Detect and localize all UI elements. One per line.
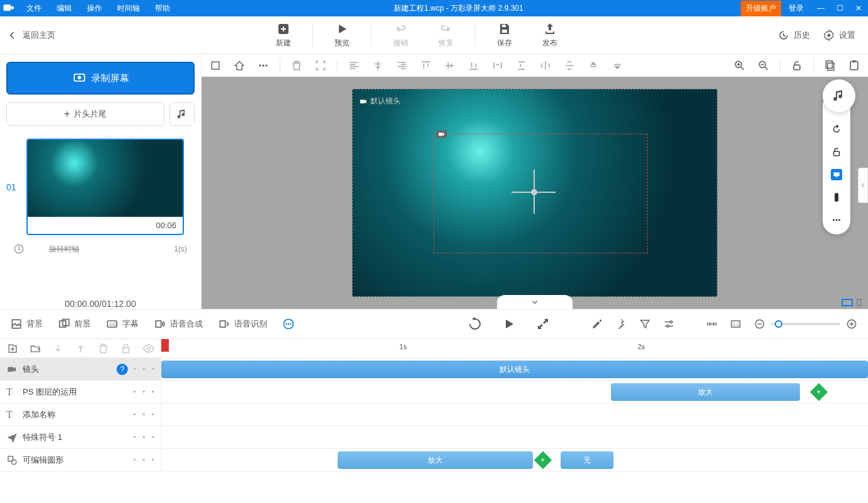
clip-bar[interactable]: 放大 — [338, 451, 533, 469]
aspect-portrait-icon[interactable] — [857, 299, 862, 306]
more-horiz-icon[interactable] — [256, 58, 271, 73]
tl-down-icon[interactable] — [52, 342, 64, 355]
track-row[interactable]: TPS 图层的运用•••放大+ — [0, 381, 868, 403]
tl-newfolder-icon[interactable] — [29, 342, 42, 355]
track-header[interactable]: 镜头?••• — [0, 358, 161, 380]
unlock-icon[interactable] — [789, 58, 804, 73]
canvas-stage[interactable]: 默认镜头 — [352, 89, 717, 297]
upgrade-account-button[interactable]: 升级账户 — [741, 1, 781, 16]
track-header[interactable]: 可编辑圆形••• — [0, 449, 161, 471]
expand-panel-button[interactable] — [497, 295, 573, 309]
flip-h-icon[interactable] — [538, 58, 553, 73]
tab-foreground[interactable]: 前景 — [58, 318, 91, 330]
clip-item[interactable]: 01 00:06 — [6, 139, 195, 235]
zoom-in-icon[interactable] — [732, 58, 747, 73]
align-left-icon[interactable] — [346, 58, 362, 73]
keyframe-diamond[interactable]: + — [810, 383, 828, 401]
zoom-out-icon[interactable] — [756, 58, 771, 73]
align-center-h-icon[interactable] — [370, 58, 385, 73]
timeline-ruler[interactable]: 1s 2s — [161, 339, 862, 358]
track-lane[interactable] — [161, 426, 868, 448]
focus-tool-icon[interactable] — [313, 58, 328, 73]
desktop-tool-icon[interactable] — [831, 169, 842, 180]
dist-v-icon[interactable] — [514, 58, 529, 73]
zoom-minus-icon[interactable] — [753, 318, 766, 330]
crop-tool-icon[interactable] — [208, 58, 223, 73]
history-button[interactable]: 历史 — [777, 29, 810, 42]
filter-icon[interactable] — [639, 318, 651, 330]
tl-lock-icon[interactable] — [120, 342, 132, 355]
clip-bar[interactable]: 放大 — [611, 383, 800, 401]
playhead[interactable] — [161, 339, 169, 352]
zoom-plus-icon[interactable] — [845, 318, 858, 330]
preview-button[interactable]: 预览 — [326, 21, 358, 49]
music-button[interactable] — [169, 102, 195, 126]
lock-tool-icon[interactable] — [831, 146, 842, 158]
zoom-slider[interactable] — [771, 323, 840, 325]
redo-button[interactable]: 恢复 — [430, 21, 462, 49]
track-header[interactable]: 特殊符号 1••• — [0, 426, 161, 448]
track-lane[interactable] — [161, 403, 868, 425]
track-keyframe-dots[interactable]: ••• — [133, 364, 154, 374]
menu-help[interactable]: 帮助 — [149, 3, 176, 14]
menu-edit[interactable]: 编辑 — [50, 3, 78, 14]
minimize-button[interactable]: — — [811, 4, 830, 13]
mobile-tool-icon[interactable] — [831, 192, 842, 203]
selection-rect[interactable] — [433, 134, 648, 253]
align-center-v-icon[interactable] — [442, 58, 457, 73]
track-header[interactable]: T添加名称••• — [0, 403, 161, 425]
track-row[interactable]: 特殊符号 1••• — [0, 426, 868, 449]
track-keyframe-dots[interactable]: ••• — [133, 432, 154, 442]
fullscreen-play-button[interactable] — [535, 316, 551, 332]
menu-action[interactable]: 操作 — [81, 3, 108, 14]
dist-h-icon[interactable] — [490, 58, 505, 73]
align-right-icon[interactable] — [394, 58, 409, 73]
undo-button[interactable]: 撤销 — [384, 21, 417, 49]
align-top-icon[interactable] — [418, 58, 433, 73]
track-keyframe-dots[interactable]: ••• — [133, 455, 154, 465]
edit-icon[interactable] — [591, 318, 603, 330]
menu-timeline[interactable]: 时间轴 — [111, 3, 146, 14]
track-keyframe-dots[interactable]: ••• — [133, 387, 154, 396]
tab-tts[interactable]: 语音合成 — [154, 318, 203, 330]
replay-button[interactable] — [467, 316, 483, 332]
flip-v-icon[interactable] — [562, 58, 577, 73]
more-tools-icon[interactable] — [831, 214, 842, 226]
pin-icon[interactable] — [615, 318, 627, 330]
layer-down-icon[interactable] — [610, 58, 625, 73]
track-lane[interactable]: 放大+ — [161, 381, 868, 403]
paste-icon[interactable] — [847, 58, 862, 73]
head-tail-button[interactable]: +片头片尾 — [6, 102, 164, 126]
clip-bar[interactable]: 默认镜头 — [161, 361, 868, 378]
clip-bar[interactable]: 无 — [561, 451, 614, 469]
home-tool-icon[interactable] — [232, 58, 247, 73]
back-home-button[interactable]: 返回主页 — [6, 29, 55, 42]
track-keyframe-dots[interactable]: ••• — [133, 410, 154, 419]
help-icon[interactable]: ? — [117, 364, 128, 375]
close-button[interactable]: ✕ — [849, 4, 868, 13]
track-header[interactable]: TPS 图层的运用••• — [0, 381, 161, 403]
settings-button[interactable]: 设置 — [823, 29, 855, 42]
track-row[interactable]: T添加名称••• — [0, 403, 868, 426]
track-lane[interactable]: 默认镜头 — [161, 358, 868, 380]
tab-more[interactable] — [282, 318, 295, 330]
music-fab-button[interactable] — [823, 79, 855, 112]
copy-icon[interactable] — [823, 58, 838, 73]
delete-tool-icon[interactable] — [289, 58, 304, 73]
play-button[interactable] — [501, 316, 517, 332]
login-button[interactable]: 登录 — [781, 3, 811, 14]
tab-asr[interactable]: 语音识别 — [218, 318, 267, 330]
new-button[interactable]: 新建 — [267, 21, 300, 49]
menu-file[interactable]: 文件 — [20, 3, 48, 14]
layer-up-icon[interactable] — [586, 58, 601, 73]
tab-caption[interactable]: CC 字幕 — [106, 318, 139, 330]
align-bottom-icon[interactable] — [466, 58, 481, 73]
keyframe-diamond[interactable]: + — [534, 451, 552, 469]
tl-visibility-icon[interactable] — [142, 342, 155, 355]
tab-background[interactable]: 背景 — [10, 318, 43, 330]
maximize-button[interactable]: ☐ — [830, 4, 849, 13]
tl-delete-icon[interactable] — [97, 342, 110, 355]
tl-import-icon[interactable] — [6, 342, 19, 355]
one-to-one-icon[interactable]: 1:1 — [729, 318, 742, 330]
publish-button[interactable]: 发布 — [534, 21, 566, 49]
